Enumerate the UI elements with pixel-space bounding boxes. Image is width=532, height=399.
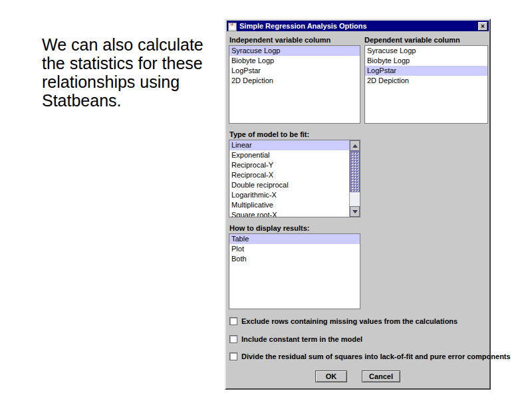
cancel-button[interactable]: Cancel	[362, 370, 400, 382]
list-item[interactable]: Syracuse Logp	[229, 46, 360, 56]
list-item[interactable]: LogPstar	[229, 66, 360, 76]
list-item[interactable]: Exponential	[229, 150, 349, 160]
checkbox-icon[interactable]	[229, 335, 237, 343]
list-item[interactable]: Reciprocal-Y	[229, 160, 349, 170]
checkbox-icon[interactable]	[229, 352, 237, 360]
list-item[interactable]: Syracuse Logp	[365, 46, 487, 56]
scroll-up-icon[interactable]	[350, 140, 360, 151]
list-item[interactable]: Multiplicative	[229, 200, 349, 210]
scroll-thumb[interactable]	[350, 151, 360, 192]
list-item[interactable]: Plot	[229, 244, 360, 254]
list-item[interactable]: Biobyte Logp	[365, 56, 487, 66]
checkbox-constant-term[interactable]: Include constant term in the model	[229, 335, 362, 343]
checkbox-divide-residual[interactable]: Divide the residual sum of squares into …	[229, 352, 511, 360]
model-list-scrollbar[interactable]	[349, 140, 360, 217]
independent-list[interactable]: Syracuse LogpBiobyte LogpLogPstar2D Depi…	[229, 45, 360, 124]
dialog-titlebar[interactable]: Simple Regression Analysis Options ×	[227, 21, 489, 31]
list-item[interactable]: Table	[229, 234, 360, 244]
list-item[interactable]: 2D Depiction	[229, 76, 360, 86]
close-icon[interactable]: ×	[478, 22, 487, 31]
list-item[interactable]: Linear	[229, 140, 349, 150]
list-item[interactable]: LogPstar	[365, 66, 487, 76]
list-item[interactable]: Square root-X	[229, 210, 349, 217]
checkbox-exclude-missing[interactable]: Exclude rows containing missing values f…	[229, 317, 458, 325]
checkbox-icon[interactable]	[229, 317, 237, 325]
list-item[interactable]: Biobyte Logp	[229, 56, 360, 66]
scroll-down-icon[interactable]	[350, 206, 360, 217]
slide: We can also calculate the statistics for…	[0, 0, 532, 399]
dialog-button-row: OK Cancel	[226, 370, 489, 382]
model-list[interactable]: LinearExponentialReciprocal-YReciprocal-…	[229, 140, 360, 217]
dependent-label: Dependent variable column	[364, 36, 460, 44]
list-item[interactable]: 2D Depiction	[365, 76, 487, 86]
display-label: How to display results:	[229, 224, 309, 232]
dependent-list[interactable]: Syracuse LogpBiobyte LogpLogPstar2D Depi…	[364, 45, 488, 124]
dialog-title: Simple Regression Analysis Options	[239, 22, 478, 30]
independent-label: Independent variable column	[229, 36, 331, 44]
list-item[interactable]: Both	[229, 254, 360, 264]
list-item[interactable]: Double reciprocal	[229, 180, 349, 190]
simple-regression-options-dialog: Simple Regression Analysis Options × Ind…	[225, 19, 491, 390]
model-label: Type of model to be fit:	[229, 130, 309, 138]
display-list[interactable]: TablePlotBoth	[229, 233, 360, 309]
ok-button[interactable]: OK	[315, 370, 347, 382]
slide-caption: We can also calculate the statistics for…	[42, 35, 228, 110]
list-item[interactable]: Logarithmic-X	[229, 190, 349, 200]
java-cup-icon	[228, 22, 237, 31]
list-item[interactable]: Reciprocal-X	[229, 170, 349, 180]
